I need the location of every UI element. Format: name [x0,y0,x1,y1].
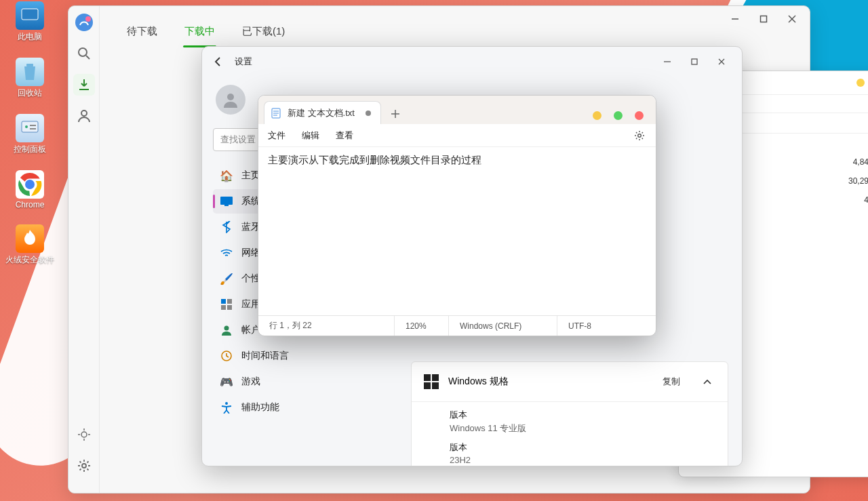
spec-header[interactable]: Windows 规格 复制 [412,362,728,402]
svg-point-16 [79,48,87,56]
desktop-icon-control-panel[interactable]: 控制面板 [3,114,57,155]
svg-point-42 [224,326,229,331]
window-controls [593,111,650,124]
search-icon[interactable] [73,43,95,64]
desktop-icon-huorong[interactable]: 火绒安全软件 [3,224,57,266]
notepad-file-icon [271,108,281,119]
avatar-icon [216,85,245,115]
apps-icon [220,298,233,311]
svg-point-4 [25,125,28,128]
gear-icon[interactable] [633,129,646,142]
svg-point-15 [85,16,91,22]
minimize-button[interactable] [654,52,681,72]
user-icon[interactable] [73,105,95,127]
windows-icon [424,374,439,389]
svg-rect-5 [30,125,36,126]
downloader-sidebar [68,6,100,493]
notepad-textarea[interactable]: 主要演示从下载完成到删除视频文件目录的过程 [258,147,656,315]
svg-line-17 [86,56,90,59]
settings-title: 设置 [235,56,252,68]
minimize-button[interactable] [722,9,749,29]
unsaved-dot-icon [366,111,371,116]
accessibility-icon [220,401,233,414]
spec-rows: 版本 Windows 11 专业版 版本 23H2 安装日期 [412,402,728,466]
minimize-dot[interactable] [593,111,601,120]
desktop-icon-this-pc[interactable]: 此电脑 [3,1,57,43]
svg-rect-1 [27,20,33,22]
desktop-icon-recycle-bin[interactable]: 回收站 [3,58,57,99]
maximize-button[interactable] [750,9,777,29]
nav-gaming[interactable]: 🎮游戏 [213,369,399,394]
svg-rect-39 [227,299,232,304]
account-icon [220,323,233,337]
search-placeholder: 查找设置 [220,134,256,146]
system-icon [220,195,233,208]
svg-rect-32 [692,59,697,64]
svg-rect-11 [761,16,767,22]
tab-pending[interactable]: 待下载 [125,20,159,47]
back-button[interactable] [209,52,228,71]
gamepad-icon: 🎮 [220,375,233,388]
maximize-button[interactable] [681,52,708,72]
svg-rect-40 [221,305,226,310]
svg-rect-36 [220,197,233,205]
bluetooth-icon [220,220,233,234]
svg-point-19 [81,111,87,116]
svg-rect-6 [30,128,36,129]
col-size[interactable]: 大小 [839,117,868,129]
svg-rect-38 [221,299,226,304]
desktop-icon-chrome[interactable]: Chrome [3,170,57,209]
downloads-icon[interactable] [73,74,95,96]
fire-icon [16,224,44,253]
notepad-content: 主要演示从下载完成到删除视频文件目录的过程 [268,154,481,165]
tab-done[interactable]: 已下载(1) [241,20,286,47]
maximize-dot[interactable] [614,111,623,120]
settings-icon[interactable] [73,455,95,477]
svg-rect-3 [22,121,38,132]
pc-icon [16,1,44,30]
nav-accessibility[interactable]: 辅助功能 [213,395,399,420]
nav-time[interactable]: 时间和语言 [213,344,399,368]
notepad-menubar: 文件 编辑 查看 [258,124,656,147]
theme-icon[interactable] [73,424,95,445]
desktop-icon-label: 火绒安全软件 [5,254,54,266]
status-position: 行 1，列 22 [258,316,394,336]
copy-button[interactable]: 复制 [653,372,690,392]
svg-rect-0 [22,9,38,20]
status-eol[interactable]: Windows (CRLF) [448,316,557,336]
status-zoom[interactable]: 120% [394,316,448,336]
menu-edit[interactable]: 编辑 [302,129,319,142]
close-dot[interactable] [635,111,644,120]
desktop-icon-label: 控制面板 [14,144,46,155]
svg-point-25 [82,464,86,468]
notepad-window: 新建 文本文档.txt 文件 编辑 查看 主要演示从下载完成到删除视频文件目录的… [258,95,656,336]
chevron-up-icon[interactable] [699,374,715,390]
tab-title: 新建 文本文档.txt [288,107,355,119]
desktop-icon-label: 此电脑 [18,31,42,43]
desktop-icons: 此电脑 回收站 控制面板 Chrome 火绒安全软件 [3,0,57,266]
bin-icon [16,58,44,86]
spec-row: 版本 Windows 11 专业版 [450,409,715,435]
desktop-icon-label: Chrome [16,200,45,209]
home-icon: 🏠 [220,169,233,182]
notepad-tabstrip: 新建 文本文档.txt [258,96,656,124]
new-tab-button[interactable] [385,104,406,124]
svg-point-44 [225,402,228,405]
app-logo-icon[interactable] [73,12,95,33]
tab-active[interactable]: 下载中 [183,20,216,47]
svg-point-35 [227,94,234,100]
menu-file[interactable]: 文件 [268,129,285,142]
spec-heading: Windows 规格 [448,376,644,388]
window-controls [722,9,806,29]
chrome-icon [16,170,44,199]
wifi-icon [220,246,233,260]
minimize-dot[interactable] [856,79,865,87]
notepad-tab[interactable]: 新建 文本文档.txt [264,101,381,124]
svg-rect-41 [227,305,232,310]
close-button[interactable] [778,9,806,29]
status-encoding[interactable]: UTF-8 [557,316,656,336]
close-button[interactable] [708,52,735,72]
settings-titlebar: 设置 [202,47,742,77]
control-panel-icon [16,114,44,142]
menu-view[interactable]: 查看 [336,129,353,142]
